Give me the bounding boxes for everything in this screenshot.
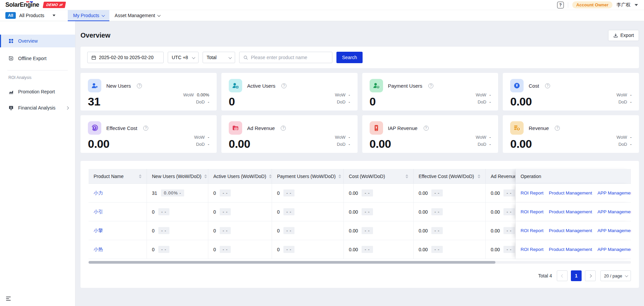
ad-revenue-icon: AD [229,121,242,135]
metric-wow-dod-badge: - - [283,246,294,253]
compare-value: - [489,142,491,147]
operation-link-product-management[interactable]: Product Management [549,209,592,214]
header-divider [568,2,568,8]
metric-value: 0 [277,228,280,233]
pagination-total: Total 4 [538,273,552,278]
previous-page-button[interactable] [557,270,568,281]
help-icon[interactable]: ? [281,83,286,88]
operation-link-product-management[interactable]: Product Management [549,190,592,195]
help-icon[interactable]: ? [555,126,560,131]
stat-card-new-users: New Users?31WoW0.00%DoD- [80,73,217,111]
user-menu-caret-icon[interactable] [635,4,638,6]
stat-card-compare-row: WoW- [616,135,632,140]
sort-icon[interactable] [475,174,480,178]
table-cell-operation: ROI ReportProduct ManagementAPP Manageme… [516,221,631,240]
sidebar-item-label: Overview [18,38,38,44]
operation-link-app-management[interactable]: APP Management [597,190,631,195]
help-icon[interactable]: ? [281,126,286,131]
table-cell-metric: 0.00- - [414,184,486,203]
operation-link-app-management[interactable]: APP Management [597,247,631,252]
stat-card-compare-row: DoD- [194,142,209,147]
main-content: Overview Export 2025-02-20 to 2025-02-20… [75,21,644,306]
table-header-col[interactable]: Cost (WoW/DoD) [344,169,414,184]
tab-my-products[interactable]: My Products [68,10,109,21]
table-header-col[interactable]: Effective Cost (WoW/DoD) [414,169,486,184]
sort-icon[interactable] [403,174,408,178]
stat-card-compare-row: WoW- [476,135,491,140]
collapse-sidebar-icon[interactable] [6,297,11,301]
operation-link-app-management[interactable]: APP Management [597,209,631,214]
product-name-link[interactable]: 小擎 [94,228,103,234]
stat-card-title: Ad Revenue [247,125,275,131]
sidebar-item-overview[interactable]: Overview [0,35,75,47]
table-cell-metric: 0.00- - [486,240,516,259]
next-page-button[interactable] [585,270,596,281]
operation-link-roi-report[interactable]: ROI Report [521,209,543,214]
metric-wow-dod-badge: - - [220,208,231,215]
demo-mode-toggle[interactable]: DEMO ⇄ [43,2,66,8]
table-header-col[interactable]: Active Users (WoW/DoD) [208,169,272,184]
page-size-select[interactable]: 20 / page [600,270,631,281]
operation-link-product-management[interactable]: Product Management [549,228,592,233]
stat-card-cost: Cost?0.00WoW-DoD- [503,73,639,111]
financial-analysis-icon [8,105,14,111]
metric-wow-dod-badge: - - [158,246,169,253]
table-cell-metric: 0- - [147,240,208,259]
sort-icon[interactable] [266,174,272,178]
compare-value: - [208,135,209,140]
help-icon[interactable]: ? [137,83,142,88]
table-header-col[interactable]: New Users (WoW/DoD) [147,169,208,184]
table-header-col[interactable]: Payment Users (WoW/DoD) [272,169,344,184]
current-page-button[interactable]: 1 [571,270,582,281]
stat-card-ad-revenue: ADAd Revenue?0.00WoW-DoD- [221,115,358,153]
sort-icon[interactable] [202,174,207,178]
sidebar-item-offline-export[interactable]: Offline Export [0,52,75,65]
product-search-field[interactable] [239,52,332,63]
operation-link-product-management[interactable]: Product Management [549,247,592,252]
help-icon[interactable]: ? [545,83,550,88]
operation-link-roi-report[interactable]: ROI Report [521,247,543,252]
table-cell-product: 小引 [89,203,147,221]
metric-value: 0 [277,209,280,215]
sidebar-item-financial-analysis[interactable]: Financial Analysis [0,101,75,114]
product-name-link[interactable]: 小热 [94,247,103,253]
sidebar-item-label: Financial Analysis [18,105,55,111]
help-icon[interactable]: ? [143,126,148,131]
sort-icon[interactable] [136,174,142,178]
horizontal-scrollbar-thumb[interactable] [89,261,495,264]
main-navbar: All All Products My Products Asset Manag… [0,10,644,21]
search-input[interactable] [251,55,328,60]
product-name-link[interactable]: 小引 [94,209,103,215]
product-name-link[interactable]: 小力 [94,190,103,196]
table-header-col[interactable]: Product Name [89,169,147,184]
metric-value: 0.00 [349,228,358,233]
compare-label: DoD [337,99,345,104]
product-scope-selector[interactable]: All All Products [5,10,56,21]
compare-label: DoD [619,142,627,147]
table-cell-metric: 310.00% - [147,184,208,203]
sidebar-item-promotion-report[interactable]: Promotion Report [0,85,75,98]
effective-cost-icon [88,121,101,135]
help-icon[interactable]: ? [557,2,564,8]
operation-link-app-management[interactable]: APP Management [597,228,631,233]
tab-asset-management[interactable]: Asset Management [109,10,165,21]
sort-icon[interactable] [336,174,341,178]
table-cell-operation: ROI ReportProduct ManagementAPP Manageme… [516,184,631,203]
compare-label: DoD [478,142,486,147]
operation-link-roi-report[interactable]: ROI Report [521,228,543,233]
export-button[interactable]: Export [608,30,639,41]
user-name[interactable]: 李广权 [616,2,631,8]
date-range-picker[interactable]: 2025-02-20 to 2025-02-20 [87,52,164,63]
sidebar-section-roi-analysis: ROI Analysis [0,75,75,80]
help-icon[interactable]: ? [424,126,429,131]
pagination: Total 4 1 20 / page [89,270,631,281]
help-icon[interactable]: ? [428,83,433,88]
timezone-select[interactable]: UTC +8 [168,52,199,63]
stat-card-value: 0.00 [229,137,350,150]
search-button[interactable]: Search [336,52,363,63]
compare-value: - [489,92,491,97]
metric-type-select[interactable]: Total [203,52,235,63]
stat-card-effective-cost: Effective Cost?0.00WoW-DoD- [80,115,217,153]
table-cell-metric: 0.00- - [486,221,516,240]
operation-link-roi-report[interactable]: ROI Report [521,190,543,195]
